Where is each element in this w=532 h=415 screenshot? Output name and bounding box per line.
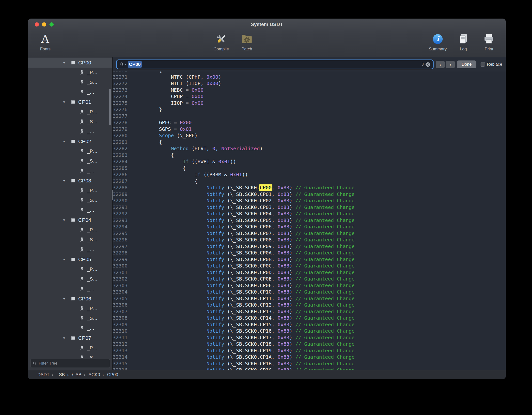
path-separator-icon: ▸ bbox=[52, 373, 54, 377]
code-line: 32307 Notify (\_SB.SCK0.CP13, 0x83) // G… bbox=[113, 308, 506, 315]
code-line: 32315 Notify (\_SB.SCK0.CP1B, 0x83) // G… bbox=[113, 360, 506, 367]
tree-item-cp05-child-2[interactable]: _… bbox=[28, 284, 112, 294]
disclosure-triangle-icon[interactable]: ▼ bbox=[63, 336, 68, 340]
tree-item-cp07[interactable]: ▼CP07 bbox=[28, 333, 112, 343]
tree-item-cp00-child-0[interactable]: _P… bbox=[28, 68, 112, 77]
method-compass-icon bbox=[79, 89, 85, 95]
tree-item-cp05[interactable]: ▼CP05 bbox=[28, 254, 112, 264]
tree-item-cp06-child-1[interactable]: _S… bbox=[28, 313, 112, 323]
method-compass-icon bbox=[79, 237, 85, 242]
find-next-button[interactable]: › bbox=[446, 61, 455, 68]
path-segment[interactable]: \_SB bbox=[72, 372, 81, 377]
tree-item-cp01-child-2[interactable]: _… bbox=[28, 127, 112, 136]
tree-item-cp04-child-1[interactable]: _S… bbox=[28, 235, 112, 245]
code-line: 32310 Notify (\_SB.SCK0.CP16, 0x83) // G… bbox=[113, 328, 506, 334]
divider-handle[interactable] bbox=[112, 190, 113, 200]
replace-label: Replace bbox=[487, 62, 502, 67]
patch-button[interactable]: Patch bbox=[234, 32, 260, 52]
done-button[interactable]: Done bbox=[457, 60, 476, 68]
tree-item-cp04-child-0[interactable]: _P… bbox=[28, 225, 112, 235]
filter-tree-field[interactable] bbox=[30, 359, 110, 368]
printer-icon bbox=[483, 33, 495, 45]
find-previous-button[interactable]: ‹ bbox=[436, 61, 445, 68]
print-button[interactable]: Print bbox=[476, 32, 502, 52]
filter-search-icon bbox=[33, 361, 37, 366]
tree-item-cp01[interactable]: ▼CP01 bbox=[28, 97, 112, 107]
sidebar-scrollbar[interactable] bbox=[109, 89, 111, 125]
disclosure-triangle-icon[interactable]: ▼ bbox=[63, 140, 68, 143]
disclosure-triangle-icon[interactable]: ▼ bbox=[63, 61, 68, 65]
summary-button[interactable]: i Summary bbox=[425, 32, 451, 52]
tree-item-cp03-child-1[interactable]: _S… bbox=[28, 195, 112, 205]
clear-search-icon[interactable] bbox=[425, 62, 430, 67]
titlebar[interactable]: System DSDT bbox=[28, 19, 506, 30]
code-line: 32292 Notify (\_SB.SCK0.CP04, 0x83) // G… bbox=[113, 210, 506, 217]
disclosure-triangle-icon[interactable]: ▼ bbox=[63, 218, 68, 222]
tree-item-cp06-child-0[interactable]: _P… bbox=[28, 304, 112, 313]
line-number: 32275 bbox=[113, 100, 135, 106]
path-segment[interactable]: _SB bbox=[57, 372, 65, 377]
tree-item-cp03-child-2[interactable]: _… bbox=[28, 205, 112, 215]
tree-item-cp06-child-2[interactable]: _… bbox=[28, 323, 112, 333]
tree-item-cp06[interactable]: ▼CP06 bbox=[28, 294, 112, 304]
tree-item-label: _P… bbox=[87, 148, 97, 154]
tree-item-cp00[interactable]: ▼CP00 bbox=[28, 58, 112, 68]
path-segment[interactable]: CP00 bbox=[107, 372, 118, 377]
line-number: 32306 bbox=[113, 302, 135, 308]
tree-item-cp05-child-0[interactable]: _P… bbox=[28, 264, 112, 274]
code-editor[interactable]: 32270 {32271 NTFC (CPHP, 0x00)32272 NTFI… bbox=[113, 72, 506, 370]
code-line: 32284 If ((HWPI & 0x01)) bbox=[113, 158, 506, 165]
search-icon bbox=[119, 62, 124, 67]
tree-item-cp01-child-0[interactable]: _P… bbox=[28, 107, 112, 117]
fonts-button[interactable]: A Fonts bbox=[32, 32, 58, 52]
sidebar: ▼CP00_P…_S…_…▼CP01_P…_S…_…▼CP02_P…_S…_…▼… bbox=[28, 57, 112, 370]
tree-item-cp07-child-0[interactable]: _P… bbox=[28, 343, 112, 353]
disclosure-triangle-icon[interactable]: ▼ bbox=[63, 179, 68, 183]
tree-item-label: _… bbox=[87, 326, 94, 331]
search-options-chevron-icon[interactable]: ▾ bbox=[125, 63, 126, 66]
tree-item-cp04-child-2[interactable]: _… bbox=[28, 245, 112, 254]
log-button[interactable]: Log bbox=[451, 32, 476, 52]
log-label: Log bbox=[460, 47, 467, 52]
tree-item-cp02[interactable]: ▼CP02 bbox=[28, 136, 112, 146]
tree-item-cp05-child-1[interactable]: _S… bbox=[28, 274, 112, 284]
compile-label: Compile bbox=[214, 47, 229, 52]
tree-item-cp07-child-1[interactable]: _S… bbox=[28, 353, 112, 358]
method-compass-icon bbox=[79, 316, 85, 321]
line-number: 32314 bbox=[113, 354, 135, 360]
split-divider[interactable] bbox=[112, 57, 113, 370]
device-icon bbox=[70, 256, 76, 262]
replace-checkbox[interactable] bbox=[481, 62, 485, 67]
disclosure-triangle-icon[interactable]: ▼ bbox=[63, 297, 68, 301]
code-line: 32281 { bbox=[113, 139, 506, 146]
search-field[interactable]: ▾ CP00 3 bbox=[116, 59, 434, 69]
disclosure-triangle-icon[interactable]: ▼ bbox=[63, 258, 68, 261]
line-number: 32282 bbox=[113, 145, 135, 152]
tree-item-cp03-child-0[interactable]: _P… bbox=[28, 186, 112, 195]
search-match-highlight: CP00 bbox=[259, 184, 272, 191]
line-number: 32271 bbox=[113, 74, 135, 80]
patch-label: Patch bbox=[241, 47, 252, 52]
method-compass-icon bbox=[79, 227, 85, 233]
search-input[interactable]: CP00 bbox=[128, 61, 142, 68]
path-segment[interactable]: DSDT bbox=[37, 372, 49, 377]
tree-item-cp04[interactable]: ▼CP04 bbox=[28, 215, 112, 225]
code-line: 32293 Notify (\_SB.SCK0.CP05, 0x83) // G… bbox=[113, 217, 506, 224]
path-segment[interactable]: SCK0 bbox=[89, 372, 100, 377]
tree-item-cp01-child-1[interactable]: _S… bbox=[28, 117, 112, 127]
device-icon bbox=[70, 99, 76, 105]
code-line: 32305 Notify (\_SB.SCK0.CP11, 0x83) // G… bbox=[113, 295, 506, 302]
tree-item-cp02-child-2[interactable]: _… bbox=[28, 166, 112, 176]
tree-item-cp03[interactable]: ▼CP03 bbox=[28, 176, 112, 186]
tree-item-cp02-child-0[interactable]: _P… bbox=[28, 146, 112, 156]
compile-button[interactable]: Compile bbox=[208, 32, 234, 52]
disclosure-triangle-icon[interactable]: ▼ bbox=[63, 100, 68, 104]
filter-tree-input[interactable] bbox=[39, 361, 108, 366]
code-line: 32299 Notify (\_SB.SCK0.CP0B, 0x83) // G… bbox=[113, 256, 506, 263]
editor-pane: ▾ CP00 3 ‹ › Done bbox=[113, 57, 506, 370]
line-number: 32291 bbox=[113, 204, 135, 211]
tree-item-cp02-child-1[interactable]: _S… bbox=[28, 156, 112, 166]
tree-item-cp00-child-1[interactable]: _S… bbox=[28, 77, 112, 87]
find-bar: ▾ CP00 3 ‹ › Done bbox=[113, 57, 506, 72]
tree-item-cp00-child-2[interactable]: _… bbox=[28, 87, 112, 97]
